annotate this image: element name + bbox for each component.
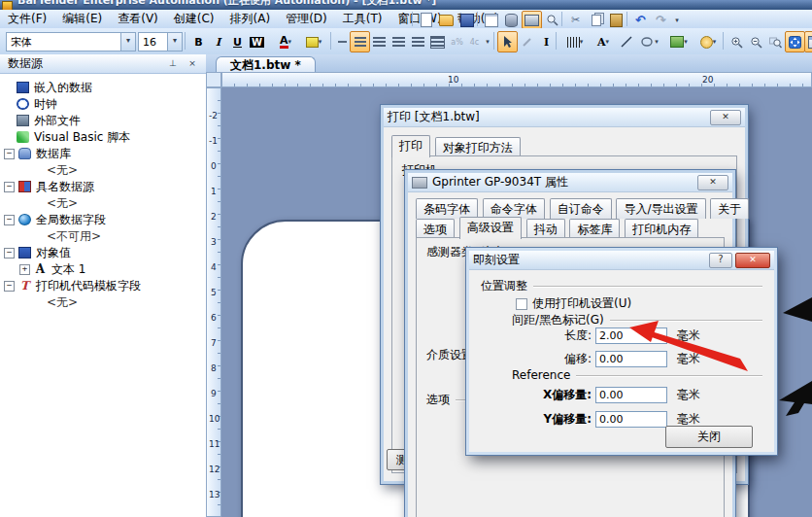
menu-edit[interactable]: 编辑(E) xyxy=(54,9,110,29)
collapse-icon[interactable]: − xyxy=(4,281,15,292)
close-icon[interactable]: ✕ xyxy=(735,253,770,268)
use-printer-settings-checkbox[interactable]: 使用打印机设置(U) xyxy=(516,295,631,312)
tree-item-database[interactable]: −数据库 xyxy=(4,146,71,161)
x-offset-input[interactable] xyxy=(595,387,667,403)
bold-button[interactable]: B xyxy=(188,31,209,52)
align-center-button[interactable] xyxy=(369,31,389,52)
undo-button[interactable]: ↶ xyxy=(630,11,651,29)
close-icon[interactable]: × xyxy=(185,56,200,71)
highlight-color-button[interactable]: ▾ xyxy=(299,31,328,52)
collapse-icon[interactable]: − xyxy=(4,248,15,258)
text-tool-button[interactable]: A▾ xyxy=(591,31,616,52)
collapse-icon[interactable]: − xyxy=(4,182,15,192)
document-tab[interactable]: 文档1.btw * xyxy=(216,56,316,73)
font-name-combo[interactable]: 宋体 ▾ xyxy=(6,32,136,52)
window-title: BarTender Enterprise Automation (正在使用 Au… xyxy=(17,0,436,8)
toolbar-overflow-button[interactable]: ▾ xyxy=(671,11,683,29)
tree-item-text1[interactable]: +A文本 1 xyxy=(19,261,85,277)
cut-button[interactable]: ✂ xyxy=(565,11,586,29)
tree-item-object-values[interactable]: −对象值 xyxy=(4,245,71,260)
tab-print[interactable]: 打印 xyxy=(391,135,430,157)
close-icon[interactable]: ✕ xyxy=(697,175,728,190)
database-setup-button[interactable] xyxy=(501,11,522,29)
help-icon[interactable]: ? xyxy=(709,253,732,268)
font-size-combo[interactable]: 16 ▾ xyxy=(138,32,183,52)
zoom-in-button[interactable] xyxy=(727,31,747,52)
print-dialog-tabs: 打印 对象打印方法 xyxy=(391,135,522,157)
tree-item-external-file[interactable]: 外部文件 xyxy=(17,113,81,128)
menu-manage[interactable]: 管理(D) xyxy=(278,9,335,29)
barcode-tool-button[interactable]: ▾ xyxy=(559,31,591,52)
collapse-icon[interactable]: − xyxy=(4,149,15,159)
tree-item-global-fields[interactable]: −全局数据字段 xyxy=(4,212,106,227)
text-cursor-button[interactable]: I xyxy=(536,31,557,52)
tree-item-embedded-data[interactable]: 嵌入的数据 xyxy=(17,80,92,95)
label-setup-icon xyxy=(808,36,812,49)
italic-button[interactable]: I xyxy=(208,31,228,52)
zoom-region-button[interactable] xyxy=(765,31,786,52)
align-right-button[interactable] xyxy=(389,31,409,52)
print-form-button[interactable] xyxy=(481,11,501,29)
save-button[interactable] xyxy=(457,11,477,29)
copy-button[interactable] xyxy=(586,11,606,29)
tab-import-export[interactable]: 导入/导出设置 xyxy=(616,198,705,219)
line-tool-button[interactable] xyxy=(616,31,636,52)
tab-barcode-fonts[interactable]: 条码字体 xyxy=(416,198,478,219)
close-button[interactable]: 关闭 xyxy=(665,426,753,448)
close-icon[interactable]: ✕ xyxy=(710,110,741,125)
redo-button[interactable]: ↷ xyxy=(651,11,671,29)
tab-object-print-method[interactable]: 对象打印方法 xyxy=(435,137,521,157)
overflow-chevron-icon: ▾ xyxy=(486,38,490,46)
toolbar-overflow-button[interactable]: ▾ xyxy=(482,31,493,52)
align-block-button[interactable] xyxy=(427,31,448,52)
menu-tools[interactable]: 工具(T) xyxy=(335,9,390,29)
tab-dithering[interactable]: 抖动 xyxy=(526,219,565,239)
align-justify-button[interactable] xyxy=(408,31,428,52)
toolbar-separator xyxy=(561,12,562,26)
symbol-tool-button[interactable]: ▾ xyxy=(694,31,723,52)
length-input[interactable] xyxy=(595,327,667,344)
tree-item-unavailable[interactable]: <不可用> xyxy=(47,228,101,244)
print-preview-button[interactable] xyxy=(542,11,562,29)
menu-create[interactable]: 创建(C) xyxy=(166,9,222,29)
select-tool-button[interactable] xyxy=(497,31,518,52)
brush-tool-button[interactable] xyxy=(517,31,537,52)
fit-to-window-button[interactable] xyxy=(785,31,805,52)
open-button[interactable] xyxy=(436,11,457,29)
tree-item-template-fields[interactable]: −T打印机代码模板字段 xyxy=(4,278,141,293)
tab-options[interactable]: 选项 xyxy=(416,219,455,239)
paste-button[interactable] xyxy=(606,11,626,29)
tab-command-fonts[interactable]: 命令字体 xyxy=(483,198,545,219)
menu-arrange[interactable]: 排列(A) xyxy=(222,9,279,29)
tree-item-clock[interactable]: 时钟 xyxy=(17,96,57,112)
font-color-button[interactable]: A▾ xyxy=(272,31,299,52)
tree-item-none[interactable]: <无> xyxy=(47,294,78,310)
menu-view[interactable]: 查看(V) xyxy=(110,9,166,29)
align-left-button[interactable] xyxy=(350,31,370,52)
collapse-icon[interactable]: − xyxy=(4,215,15,225)
tree-item-vb-script[interactable]: Visual Basic 脚本 xyxy=(17,129,130,145)
page-setup-button[interactable] xyxy=(804,31,812,52)
width-fit-button[interactable]: W xyxy=(247,31,267,52)
border-button[interactable] xyxy=(334,31,350,52)
tab-custom-commands[interactable]: 自订命令 xyxy=(550,198,612,219)
tree-item-none[interactable]: <无> xyxy=(47,195,78,211)
tab-printer-memory[interactable]: 打印机内存 xyxy=(625,219,698,239)
pin-icon[interactable]: ⊥ xyxy=(165,56,181,71)
expand-icon[interactable]: + xyxy=(19,264,30,275)
print-button[interactable] xyxy=(522,11,542,29)
tab-about[interactable]: 关于 xyxy=(710,198,749,219)
tree-item-named-source[interactable]: −具名数据源 xyxy=(4,179,94,194)
image-tool-button[interactable]: ▾ xyxy=(664,31,694,52)
tree-item-none[interactable]: <无> xyxy=(47,162,78,178)
tab-advanced-settings[interactable]: 高级设置 xyxy=(459,217,522,239)
tab-stock-library[interactable]: 标签库 xyxy=(569,219,620,239)
menu-file[interactable]: 文件(F) xyxy=(0,9,54,29)
shape-tool-button[interactable]: ▾ xyxy=(635,31,664,52)
offset-input[interactable] xyxy=(595,351,667,367)
new-document-button[interactable] xyxy=(416,11,436,29)
underline-button[interactable]: U xyxy=(227,31,248,52)
y-offset-input[interactable] xyxy=(595,411,667,428)
checkbox-icon[interactable] xyxy=(516,298,527,310)
zoom-out-button[interactable] xyxy=(746,31,766,52)
